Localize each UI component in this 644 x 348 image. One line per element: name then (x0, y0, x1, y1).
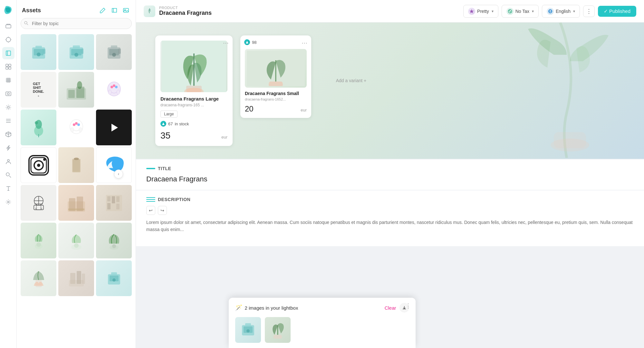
product-details: Product Dracaena Fragrans (159, 6, 212, 16)
title-input[interactable] (146, 175, 634, 183)
svg-rect-7 (6, 64, 8, 66)
svg-point-67 (71, 128, 74, 132)
sidebar-icon-settings[interactable] (2, 196, 14, 208)
svg-point-36 (37, 53, 41, 56)
sidebar-icon-search[interactable] (2, 169, 14, 181)
desc-bar-line-1 (146, 197, 155, 198)
list-item[interactable]: GETSHITDONE. ✦ (21, 72, 56, 108)
svg-rect-76 (73, 160, 80, 172)
list-item[interactable] (58, 110, 94, 145)
title-section-label: Title (146, 166, 634, 171)
list-item[interactable] (21, 34, 56, 70)
image-icon[interactable] (121, 6, 130, 15)
svg-rect-94 (116, 196, 120, 202)
add-variant-button[interactable]: Add a variant + (319, 48, 383, 113)
sidebar-icon-user[interactable] (2, 155, 14, 168)
list-item[interactable] (96, 72, 132, 108)
sidebar-icon-list[interactable] (2, 115, 14, 127)
clear-button[interactable]: Clear (385, 305, 396, 311)
list-item[interactable] (58, 223, 94, 258)
svg-line-113 (509, 10, 511, 13)
pretty-button[interactable]: Pretty ▾ (463, 5, 498, 18)
variant-stock-large: 67 in stock (160, 121, 227, 127)
description-toolbar: ↩ ↪ (146, 206, 634, 215)
svg-rect-138 (274, 335, 282, 339)
undo-button[interactable]: ↩ (146, 206, 155, 215)
english-button[interactable]: English ▾ (542, 5, 580, 18)
svg-point-58 (117, 90, 120, 94)
svg-point-25 (7, 160, 9, 161)
assets-grid-container: GETSHITDONE. ✦ (17, 33, 136, 348)
list-item[interactable] (58, 185, 94, 221)
small-card-menu[interactable]: ⋯ (302, 39, 307, 46)
list-item[interactable] (96, 260, 132, 296)
book-icon[interactable] (110, 6, 119, 15)
lightbox-more-button[interactable]: ⋮ (405, 302, 411, 309)
product-label: Product (159, 6, 212, 10)
list-item[interactable] (96, 185, 132, 221)
list-item[interactable] (21, 110, 56, 145)
sidebar-icon-crosshair[interactable] (2, 34, 14, 46)
list-item[interactable] (96, 223, 132, 258)
list-item[interactable] (96, 34, 132, 70)
svg-rect-78 (74, 159, 79, 160)
list-item[interactable] (21, 223, 56, 258)
sidebar-icon-text[interactable] (2, 182, 14, 195)
hero-area: ⋯ (136, 23, 644, 159)
lightbox-thumb-2[interactable] (265, 317, 291, 343)
svg-rect-83 (36, 205, 41, 210)
stock-icon (160, 121, 166, 127)
list-item[interactable] (96, 110, 132, 145)
variant-price-small: 20 eur (245, 104, 307, 113)
variant-badge-large: Large (160, 111, 178, 118)
no-tax-button[interactable]: No Tax ▾ (502, 5, 539, 18)
sidebar-icon-cube[interactable] (2, 128, 14, 140)
svg-rect-98 (36, 242, 41, 247)
sidebar-icon-zap[interactable] (2, 142, 14, 154)
svg-rect-47 (111, 45, 117, 48)
list-item[interactable] (58, 34, 94, 70)
published-button[interactable]: ✓ Published (598, 6, 636, 17)
list-item[interactable] (21, 185, 56, 221)
list-item[interactable] (21, 147, 56, 183)
lang-icon (547, 8, 554, 15)
svg-rect-8 (9, 64, 11, 66)
list-item[interactable] (21, 260, 56, 296)
pretty-chevron: ▾ (492, 9, 494, 14)
svg-rect-129 (269, 82, 283, 86)
svg-point-32 (24, 22, 27, 24)
svg-point-65 (77, 123, 80, 126)
variant-card-menu[interactable]: ⋯ (223, 39, 229, 46)
lightbox-wand-icon: 🪄 (235, 304, 242, 311)
sidebar-icon-gear[interactable] (2, 101, 14, 113)
redo-button[interactable]: ↪ (158, 206, 167, 215)
search-input[interactable] (21, 18, 132, 29)
svg-rect-95 (107, 203, 111, 209)
svg-point-18 (7, 93, 9, 95)
sidebar-icon-widgets[interactable] (2, 61, 14, 73)
hero-bg-image (496, 23, 644, 159)
english-label: English (556, 9, 571, 14)
search-icon (24, 21, 28, 26)
desc-bar-line-3 (146, 201, 155, 202)
lightbox-thumb-1[interactable] (235, 317, 261, 343)
variant-card-small[interactable]: 98 ⋯ Dracaena Fragrans Small (240, 35, 311, 118)
scroll-left-arrow[interactable]: ‹ (114, 169, 123, 179)
sidebar-icon-grid[interactable] (2, 74, 14, 86)
list-item[interactable] (58, 147, 94, 183)
pencil-icon[interactable] (98, 6, 107, 15)
svg-point-46 (112, 53, 116, 57)
more-button[interactable]: ⋮ (583, 5, 595, 17)
sidebar-icon-book[interactable] (2, 47, 14, 59)
variant-sku-large: dracaena-fragrans-165 ... (160, 103, 227, 107)
assets-grid: GETSHITDONE. ✦ (21, 34, 132, 296)
variant-title-small: Dracaena Fragrans Small (245, 91, 307, 96)
sidebar-icon-photo[interactable] (2, 88, 14, 100)
svg-point-73 (37, 164, 40, 167)
list-item[interactable] (58, 260, 94, 296)
svg-point-110 (112, 278, 116, 282)
sidebar-icon-layers[interactable] (2, 20, 14, 32)
pretty-label: Pretty (477, 9, 489, 14)
variant-card-large[interactable]: ⋯ (155, 35, 233, 146)
list-item[interactable] (58, 72, 94, 108)
